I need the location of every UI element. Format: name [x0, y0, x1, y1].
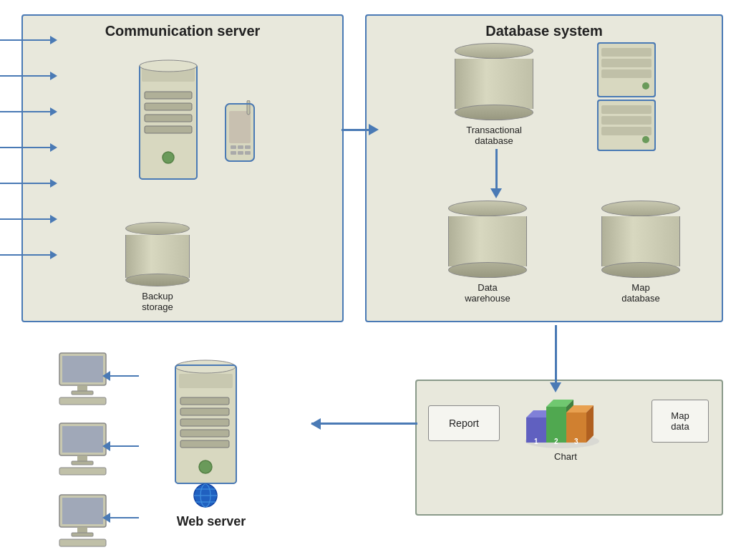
- input-arrow-2: [0, 72, 57, 80]
- arrow-head: [50, 179, 57, 188]
- transactional-db-label: Transactional database: [466, 125, 522, 146]
- svg-rect-72: [72, 533, 93, 536]
- transactional-db-cylinder: Transactional database: [455, 43, 533, 146]
- svg-rect-26: [601, 59, 652, 67]
- arrow-head: [50, 72, 57, 80]
- web-server-label: Web server: [165, 514, 258, 529]
- svg-rect-15: [238, 151, 243, 155]
- input-arrow-1: [0, 36, 57, 44]
- arrow-line: [0, 111, 50, 112]
- svg-rect-46: [179, 374, 233, 388]
- svg-point-45: [175, 360, 236, 373]
- svg-point-28: [642, 82, 649, 90]
- svg-rect-51: [180, 440, 229, 448]
- comm-server-title: Communication server: [23, 23, 342, 39]
- svg-rect-62: [72, 391, 93, 395]
- svg-rect-20: [601, 105, 652, 114]
- svg-rect-60: [62, 356, 103, 382]
- input-arrow-5: [0, 179, 57, 188]
- map-data-box: Map data: [652, 400, 709, 443]
- svg-rect-21: [601, 116, 652, 125]
- svg-rect-2: [145, 92, 192, 99]
- arrow-head: [50, 107, 57, 116]
- arrow-head: [50, 251, 57, 259]
- trans-to-warehouse-arrow: [490, 149, 502, 198]
- map-data-label: Map data: [671, 410, 689, 432]
- comm-to-db-arrow: [342, 124, 379, 135]
- data-warehouse-label: Data warehouse: [465, 282, 510, 304]
- svg-text:3: 3: [574, 438, 578, 445]
- svg-rect-14: [231, 151, 236, 155]
- arrow-head: [50, 36, 57, 44]
- db-to-report-arrow: [550, 325, 561, 392]
- svg-rect-48: [180, 408, 229, 415]
- svg-rect-65: [62, 426, 103, 453]
- svg-text:1: 1: [534, 438, 538, 445]
- map-database-label: Map database: [621, 282, 660, 304]
- svg-rect-68: [59, 468, 106, 475]
- svg-rect-73: [59, 539, 106, 546]
- ws1-arrow: [102, 371, 139, 381]
- svg-rect-11: [231, 145, 236, 149]
- svg-rect-49: [180, 419, 229, 426]
- svg-rect-47: [180, 397, 229, 405]
- arrow-line: [0, 75, 50, 77]
- backup-storage-cylinder: Backup storage: [125, 222, 190, 312]
- backup-storage-label: Backup storage: [142, 291, 173, 312]
- report-box: Report: [428, 405, 500, 441]
- input-arrows: [0, 36, 57, 259]
- svg-point-52: [199, 460, 212, 473]
- arrow-line: [0, 39, 50, 41]
- chart-label: Chart: [554, 451, 577, 462]
- svg-rect-63: [59, 397, 106, 405]
- input-arrow-6: [0, 215, 57, 223]
- svg-rect-16: [245, 151, 251, 155]
- arrow-line: [0, 147, 50, 148]
- data-warehouse-cylinder: Data warehouse: [448, 201, 527, 304]
- comm-server-tower: [129, 57, 215, 201]
- svg-point-23: [642, 136, 649, 143]
- svg-rect-70: [62, 498, 103, 524]
- svg-text:2: 2: [554, 438, 558, 445]
- svg-rect-10: [229, 111, 251, 143]
- svg-rect-22: [601, 127, 652, 135]
- db-server-rack: [594, 36, 673, 158]
- input-arrow-7: [0, 251, 57, 259]
- ws2-arrow: [102, 441, 139, 451]
- arrow-line: [0, 254, 50, 256]
- svg-rect-4: [145, 115, 192, 122]
- svg-rect-27: [601, 69, 652, 78]
- svg-rect-12: [238, 145, 243, 149]
- map-database-cylinder: Map database: [601, 201, 680, 304]
- report-to-webserver-arrow: [311, 423, 417, 425]
- web-server-tower: [165, 358, 258, 508]
- arrow-head: [50, 143, 57, 152]
- svg-rect-50: [180, 430, 229, 437]
- arrow-line: [0, 183, 50, 184]
- svg-rect-25: [601, 48, 652, 57]
- input-arrow-3: [0, 107, 57, 116]
- ws3-arrow: [102, 513, 139, 523]
- arrow-head: [50, 215, 57, 223]
- svg-rect-17: [247, 100, 250, 115]
- input-arrow-4: [0, 143, 57, 152]
- svg-point-8: [140, 60, 197, 72]
- svg-rect-13: [245, 145, 251, 149]
- svg-rect-3: [145, 103, 192, 110]
- report-label: Report: [449, 417, 479, 429]
- mobile-phone-icon: [222, 100, 265, 179]
- svg-rect-67: [72, 461, 93, 465]
- arrow-line: [0, 218, 50, 220]
- svg-rect-5: [145, 126, 192, 133]
- svg-point-6: [163, 152, 174, 163]
- chart-area: 1 2 3 Chart: [523, 392, 609, 462]
